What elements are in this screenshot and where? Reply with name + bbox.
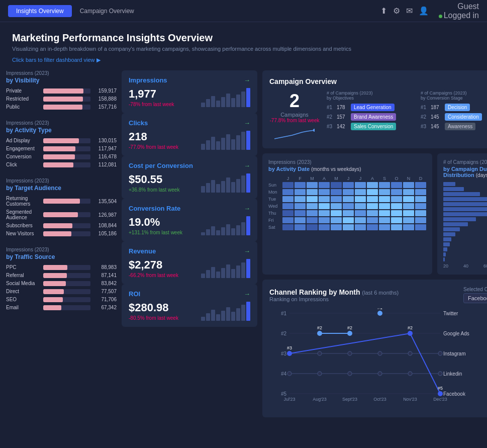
duration-bar-row: [443, 182, 487, 186]
svg-text:#4: #4: [281, 371, 287, 377]
metric-card-3: Conversion Rate → 19.0% +131.1% from las…: [122, 199, 257, 241]
co-obj-row: #2 145 Consideration: [421, 113, 487, 121]
user-name: Guest: [457, 2, 479, 11]
heatmap-cell: [355, 210, 366, 216]
spark-bar: [211, 96, 215, 107]
duration-bar: [443, 202, 487, 206]
bar-fill: [43, 199, 80, 204]
bar-row[interactable]: Segmented Audience 126,987: [6, 209, 117, 220]
bar-track: [43, 105, 90, 110]
campaign-overview-btn[interactable]: Campaign Overview: [72, 5, 142, 17]
spark-bar: [226, 94, 230, 107]
svg-text:Google Ads: Google Ads: [443, 331, 469, 336]
metric-arrow-icon[interactable]: →: [244, 76, 250, 84]
metric-name: Impressions: [129, 76, 167, 84]
heatmap-cell: [343, 196, 354, 202]
bar-row[interactable]: Engagement 117,947: [6, 146, 117, 151]
bar-row[interactable]: Referral 87,141: [6, 273, 117, 278]
spark-bar: [216, 230, 220, 235]
bar-fill: [43, 305, 61, 310]
metric-value-block: $280.98 -80.5% from last week: [129, 301, 178, 321]
heatmap-grid: JFMAMJJASONDSunMonTueWedThuFriSat: [268, 176, 426, 230]
bar-row[interactable]: PPC 88,983: [6, 264, 117, 270]
heatmap-cell: [415, 217, 426, 223]
bar-row[interactable]: Email 67,342: [6, 305, 117, 310]
bar-row[interactable]: Subscribers 108,844: [6, 223, 117, 228]
bar-row[interactable]: Ad Display 130,015: [6, 138, 117, 143]
duration-bar-row: [443, 207, 487, 211]
co-objectives: # of Campaigns (2023)by Objectives #1 17…: [327, 91, 414, 141]
metric-card-0: Impressions → 1,977 -78% from last week: [122, 70, 257, 113]
bar-fill: [43, 265, 67, 270]
settings-icon[interactable]: ⚙: [393, 6, 400, 16]
metric-change: +36.8% from last week: [129, 187, 179, 193]
bar-track: [43, 305, 90, 310]
heatmap-cell: [282, 217, 294, 223]
metric-arrow-icon[interactable]: →: [244, 205, 250, 212]
obj-badge: Brand Awareness: [351, 113, 396, 121]
svg-point-24: [408, 351, 412, 355]
spark-bar: [221, 181, 225, 193]
bar-track: [43, 273, 90, 278]
insights-overview-btn[interactable]: Insights Overview: [8, 5, 72, 17]
bar-row[interactable]: Returning Customers 135,504: [6, 196, 117, 207]
sidebar-visibility-section: Impressions (2023) by Visibility Private…: [6, 70, 117, 112]
bar-row[interactable]: Social Media 83,842: [6, 281, 117, 286]
svg-text:#5: #5: [281, 391, 287, 397]
svg-point-23: [378, 351, 382, 355]
heatmap-cell: [307, 196, 318, 202]
metric-header: Revenue →: [129, 247, 250, 255]
user-icon[interactable]: 👤: [419, 6, 429, 16]
bar-row[interactable]: Conversion 116,478: [6, 154, 117, 159]
conversion-stage-title: # of Campaigns (2023)by Conversion Stage: [421, 91, 487, 101]
sidebar-visibility-title: by Visibility: [6, 77, 117, 84]
metric-header: Cost per Conversion →: [129, 162, 250, 169]
bar-row[interactable]: New Visitors 105,186: [6, 231, 117, 236]
heatmap-cell: [391, 196, 402, 202]
metric-arrow-icon[interactable]: →: [244, 119, 250, 127]
heatmap-cell: [319, 189, 330, 195]
sidebar-activity-section: Impressions (2023) by Activity Type Ad D…: [6, 120, 117, 170]
heatmap-cell: [415, 203, 426, 209]
bar-row[interactable]: SEO 71,706: [6, 297, 117, 302]
channel-select[interactable]: Facebook Twitter Google Ads Instagram Li…: [463, 293, 487, 303]
bar-track: [43, 162, 90, 167]
metric-value-block: $50.55 +36.8% from last week: [129, 173, 179, 193]
bar-fill: [43, 162, 73, 167]
co-obj-row: #3 142 Sales Conversion: [327, 123, 414, 130]
bar-fill: [43, 146, 75, 151]
duration-bar: [443, 237, 451, 241]
spark-bar: [211, 310, 215, 321]
co-inner: 2 Campaigns -77.8% from last week 2 # of…: [269, 91, 487, 141]
sidebar-activity-bars: Ad Display 130,015 Engagement 117,947 Co…: [6, 138, 117, 167]
metric-arrow-icon[interactable]: →: [244, 247, 250, 255]
metric-change: -77.0% from last week: [129, 144, 178, 150]
bar-row[interactable]: Restricted 158,888: [6, 96, 117, 102]
bar-row[interactable]: Click 112,081: [6, 162, 117, 167]
spark-bar: [216, 184, 220, 193]
sparkline: [201, 172, 250, 193]
bar-row[interactable]: Public 157,716: [6, 104, 117, 110]
spark-bar: [226, 177, 230, 193]
spark-bar: [226, 134, 230, 150]
heatmap-cell: [367, 189, 378, 195]
share-icon[interactable]: ⬆: [380, 6, 387, 16]
bar-track: [43, 199, 90, 204]
mail-icon[interactable]: ✉: [406, 6, 413, 16]
svg-point-35: [287, 351, 292, 356]
bar-row[interactable]: Private 159,917: [6, 88, 117, 94]
metric-arrow-icon[interactable]: →: [244, 162, 250, 169]
heatmap-cell: [367, 203, 378, 209]
sidebar-traffic-bars: PPC 88,983 Referral 87,141 Social Media …: [6, 264, 117, 310]
metric-arrow-icon[interactable]: →: [244, 290, 250, 298]
spark-bar: [206, 229, 210, 235]
topnav: Insights Overview Campaign Overview ⬆ ⚙ …: [0, 0, 487, 22]
spark-bar: [201, 274, 205, 278]
metric-body: $50.55 +36.8% from last week: [129, 172, 250, 193]
heatmap-cell: [391, 217, 402, 223]
campaign-count-change: -77.8% from last week: [270, 118, 320, 123]
metric-body: $2,278 -66.2% from last week: [129, 258, 250, 278]
bar-row[interactable]: Direct 77,507: [6, 289, 117, 294]
filter-hint[interactable]: Click bars to filter dashboard view ▶: [12, 57, 475, 63]
heatmap-cell: [379, 182, 390, 188]
